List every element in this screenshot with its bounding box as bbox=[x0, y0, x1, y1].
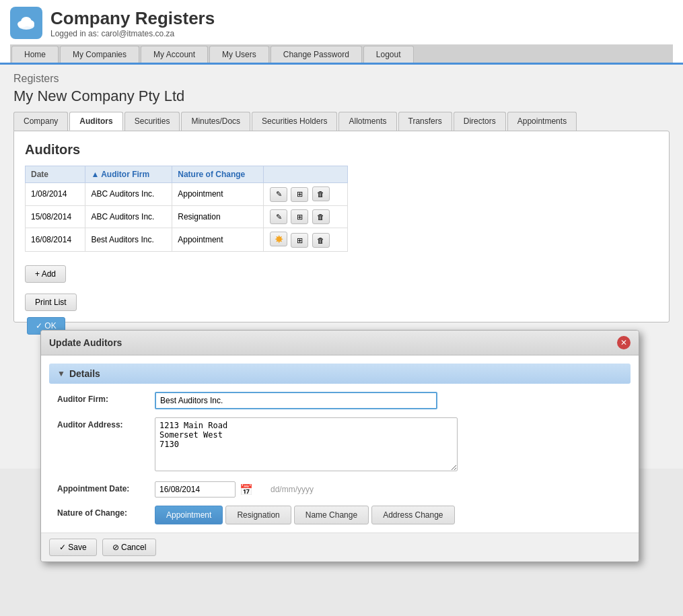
col-actions bbox=[264, 166, 348, 183]
cell-actions-1: ✎ ⊞ 🗑 bbox=[264, 205, 348, 228]
appointment-date-input-wrapper: 📅 dd/mm/yyyy bbox=[155, 481, 622, 498]
col-firm[interactable]: ▲ Auditor Firm bbox=[85, 166, 172, 183]
header-top: Company Registers Logged in as: carol@it… bbox=[10, 7, 673, 44]
copy-btn-1[interactable]: ⊞ bbox=[291, 209, 308, 224]
nav-bar: Home My Companies My Account My Users Ch… bbox=[10, 44, 673, 63]
nav-change-password[interactable]: Change Password bbox=[271, 46, 362, 63]
cell-firm-1: ABC Auditors Inc. bbox=[85, 205, 172, 228]
panel-title: Auditors bbox=[25, 142, 658, 158]
modal-close-button[interactable]: ✕ bbox=[617, 336, 631, 349]
delete-btn-0[interactable]: 🗑 bbox=[312, 186, 330, 201]
header: Company Registers Logged in as: carol@it… bbox=[0, 0, 683, 65]
tab-bar: Company Auditors Securities Minutes/Docs… bbox=[13, 112, 670, 131]
table-header-row: Date ▲ Auditor Firm Nature of Change bbox=[26, 166, 348, 183]
appointment-date-row: Appointment Date: 📅 dd/mm/yyyy bbox=[49, 481, 631, 498]
tab-directors[interactable]: Directors bbox=[454, 112, 506, 131]
add-button[interactable]: + Add bbox=[25, 265, 66, 283]
edit-btn-1[interactable]: ✎ bbox=[270, 209, 287, 224]
tab-transfers[interactable]: Transfers bbox=[398, 112, 452, 131]
details-title: Details bbox=[69, 368, 100, 379]
auditors-table: Date ▲ Auditor Firm Nature of Change 1/0… bbox=[25, 166, 348, 252]
details-header: ▼ Details bbox=[49, 364, 631, 384]
cell-nature-2: Appointment bbox=[172, 228, 264, 252]
breadcrumb: Registers bbox=[13, 73, 670, 85]
nature-btn-name-change[interactable]: Name Change bbox=[294, 506, 369, 524]
company-name: My New Company Pty Ltd bbox=[13, 88, 670, 105]
col-date[interactable]: Date bbox=[26, 166, 85, 183]
nav-logout[interactable]: Logout bbox=[363, 46, 414, 63]
table-row: 1/08/2014 ABC Auditors Inc. Appointment … bbox=[26, 183, 348, 206]
tab-allotments[interactable]: Allotments bbox=[338, 112, 396, 131]
copy-btn-0[interactable]: ⊞ bbox=[291, 187, 308, 202]
cell-firm-0: ABC Auditors Inc. bbox=[85, 183, 172, 206]
auditor-firm-row: Auditor Firm: bbox=[49, 392, 631, 409]
tab-securities[interactable]: Securities bbox=[124, 112, 180, 131]
cell-date-0: 1/08/2014 bbox=[26, 183, 85, 206]
table-row: 16/08/2014 Best Auditors Inc. Appointmen… bbox=[26, 228, 348, 252]
auditor-address-row: Auditor Address: 1213 Main Road Somerset… bbox=[49, 417, 631, 473]
appointment-date-input[interactable] bbox=[155, 481, 236, 498]
auditor-firm-input-wrapper bbox=[155, 392, 622, 409]
tab-auditors[interactable]: Auditors bbox=[69, 112, 122, 131]
nav-home[interactable]: Home bbox=[11, 46, 59, 63]
app-title: Company Registers bbox=[50, 8, 215, 29]
nav-my-users[interactable]: My Users bbox=[209, 46, 269, 63]
auditors-panel: Auditors Date ▲ Auditor Firm Nature of C… bbox=[13, 131, 670, 322]
calendar-icon[interactable]: 📅 bbox=[240, 483, 253, 496]
nature-buttons-group: Appointment Resignation Name Change Addr… bbox=[155, 506, 622, 524]
col-nature[interactable]: Nature of Change bbox=[172, 166, 264, 183]
tab-company[interactable]: Company bbox=[13, 112, 68, 131]
update-auditors-modal: Update Auditors ✕ ▼ Details Auditor Firm… bbox=[40, 330, 639, 562]
cancel-button[interactable]: ⊘ Cancel bbox=[102, 539, 157, 556]
collapse-icon: ▼ bbox=[57, 369, 65, 378]
auditor-firm-input[interactable] bbox=[155, 392, 437, 409]
edit-btn-0[interactable]: ✎ bbox=[270, 187, 287, 202]
modal-title: Update Auditors bbox=[49, 337, 122, 348]
nature-of-change-row: Nature of Change: Appointment Resignatio… bbox=[49, 506, 631, 524]
app-logo bbox=[10, 7, 42, 39]
svg-point-3 bbox=[21, 17, 32, 26]
auditor-address-input[interactable]: 1213 Main Road Somerset West 7130 bbox=[155, 417, 458, 471]
edit-btn-2[interactable]: ✸ bbox=[270, 232, 287, 246]
tab-securities-holders[interactable]: Securities Holders bbox=[252, 112, 337, 131]
auditor-address-input-wrapper: 1213 Main Road Somerset West 7130 bbox=[155, 417, 622, 473]
cell-firm-2: Best Auditors Inc. bbox=[85, 228, 172, 252]
page-wrapper: Company Registers Logged in as: carol@it… bbox=[0, 0, 683, 616]
date-hint: dd/mm/yyyy bbox=[271, 485, 314, 494]
delete-btn-1[interactable]: 🗑 bbox=[312, 209, 330, 224]
cell-actions-2: ✸ ⊞ 🗑 bbox=[264, 228, 348, 252]
cell-nature-0: Appointment bbox=[172, 183, 264, 206]
print-list-button[interactable]: Print List bbox=[25, 294, 77, 311]
table-row: 15/08/2014 ABC Auditors Inc. Resignation… bbox=[26, 205, 348, 228]
copy-btn-2[interactable]: ⊞ bbox=[291, 233, 308, 248]
tab-appointments[interactable]: Appointments bbox=[507, 112, 577, 131]
cell-actions-0: ✎ ⊞ 🗑 bbox=[264, 183, 348, 206]
save-button[interactable]: ✓ Save bbox=[49, 539, 97, 556]
auditor-address-label: Auditor Address: bbox=[57, 417, 155, 430]
nature-btn-address-change[interactable]: Address Change bbox=[371, 506, 454, 524]
header-title-group: Company Registers Logged in as: carol@it… bbox=[50, 8, 215, 38]
cell-date-1: 15/08/2014 bbox=[26, 205, 85, 228]
nav-my-companies[interactable]: My Companies bbox=[60, 46, 139, 63]
tab-minutes-docs[interactable]: Minutes/Docs bbox=[181, 112, 250, 131]
appointment-date-label: Appointment Date: bbox=[57, 481, 155, 493]
nature-btn-appointment[interactable]: Appointment bbox=[155, 506, 223, 524]
nav-my-account[interactable]: My Account bbox=[141, 46, 208, 63]
modal-footer: ✓ Save ⊘ Cancel bbox=[41, 533, 639, 561]
auditor-firm-label: Auditor Firm: bbox=[57, 392, 155, 404]
nature-btn-resignation[interactable]: Resignation bbox=[225, 506, 291, 524]
delete-btn-2[interactable]: 🗑 bbox=[312, 233, 330, 248]
details-section: ▼ Details Auditor Firm: Auditor Address:… bbox=[49, 364, 631, 524]
cell-nature-1: Resignation bbox=[172, 205, 264, 228]
nature-of-change-label: Nature of Change: bbox=[57, 506, 155, 518]
modal-header: Update Auditors ✕ bbox=[41, 331, 639, 355]
logged-in-label: Logged in as: carol@itmates.co.za bbox=[50, 29, 215, 38]
cell-date-2: 16/08/2014 bbox=[26, 228, 85, 252]
